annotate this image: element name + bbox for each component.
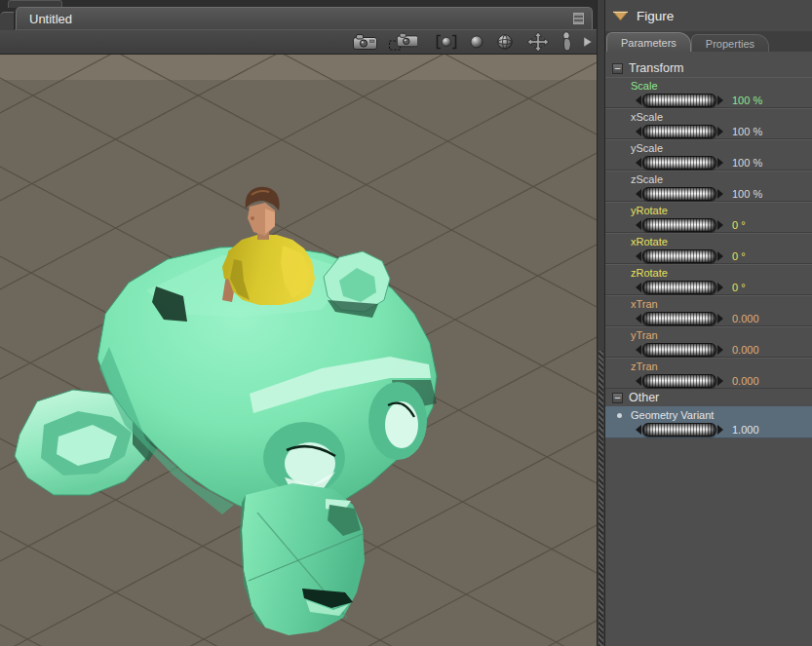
param-dial[interactable]	[642, 343, 716, 357]
section-title: Transform	[629, 61, 684, 75]
param-value[interactable]: 1.000	[732, 424, 759, 436]
dial-increment-arrow[interactable]	[717, 314, 723, 323]
param-row: xRotate 0 °	[605, 233, 812, 264]
dial-increment-arrow[interactable]	[717, 345, 723, 355]
dial-decrement-arrow[interactable]	[636, 189, 641, 199]
param-bullet-icon	[617, 413, 622, 418]
param-dial[interactable]	[642, 312, 716, 325]
param-dial[interactable]	[642, 187, 716, 201]
param-value[interactable]: 0 °	[732, 219, 746, 231]
3d-viewport[interactable]	[0, 55, 597, 646]
dial-decrement-arrow[interactable]	[636, 127, 641, 136]
section-transform: − Transform	[605, 59, 812, 77]
param-value[interactable]: 100 %	[732, 126, 762, 137]
document-area: Untitled	[0, 0, 597, 646]
dial-increment-arrow[interactable]	[717, 158, 723, 168]
tab-edge-stub	[0, 12, 15, 30]
panel-header: Figure	[605, 0, 812, 31]
dial-decrement-arrow[interactable]	[636, 345, 641, 355]
param-label: Geometry Variant	[631, 409, 714, 421]
document-tab-label: Untitled	[29, 12, 72, 26]
dial-increment-arrow[interactable]	[717, 127, 723, 136]
tab-properties[interactable]: Properties	[691, 34, 769, 52]
param-label: yRotate	[631, 205, 668, 216]
dial-decrement-arrow[interactable]	[636, 251, 641, 261]
param-row: zTran 0.000	[605, 358, 812, 389]
ground-far-band	[0, 55, 597, 80]
param-value[interactable]: 0 °	[732, 282, 746, 293]
param-label: xTran	[631, 298, 658, 310]
param-row: yTran 0.000	[605, 326, 812, 358]
dial-decrement-arrow[interactable]	[636, 220, 641, 230]
param-value[interactable]: 0.000	[732, 313, 759, 324]
panel-content: − Transform Scale 100 % xScale 100 % ySc…	[605, 52, 812, 646]
viewport-toolbar	[0, 29, 597, 55]
param-dial[interactable]	[642, 125, 716, 138]
dial-increment-arrow[interactable]	[717, 251, 723, 261]
param-dial[interactable]	[642, 218, 716, 232]
panel-collapse-icon[interactable]	[612, 11, 629, 21]
param-value[interactable]: 100 %	[732, 188, 762, 200]
param-value[interactable]: 100 %	[732, 157, 762, 169]
param-row: xScale 100 %	[605, 108, 812, 139]
dial-decrement-arrow[interactable]	[636, 95, 641, 105]
section-other: − Other	[605, 389, 812, 406]
parameters-panel: Figure Parameters Properties − Transform…	[605, 0, 812, 646]
dial-increment-arrow[interactable]	[717, 376, 723, 386]
param-dial[interactable]	[642, 423, 716, 437]
sphere-select-icon[interactable]	[434, 32, 459, 52]
param-dial[interactable]	[642, 156, 716, 170]
figure-icon[interactable]	[561, 31, 574, 53]
param-dial[interactable]	[642, 249, 716, 263]
trackball-icon[interactable]	[494, 32, 516, 52]
param-label: zTran	[631, 361, 658, 372]
dial-decrement-arrow[interactable]	[636, 376, 641, 386]
param-row: yScale 100 %	[605, 139, 812, 171]
param-label: xScale	[631, 111, 663, 123]
dial-decrement-arrow[interactable]	[636, 314, 641, 323]
param-value[interactable]: 100 %	[732, 95, 762, 106]
collapse-section-button[interactable]: −	[612, 63, 623, 74]
sphere-icon[interactable]	[468, 32, 485, 52]
param-row: yRotate 0 °	[605, 202, 812, 233]
param-value[interactable]: 0 °	[732, 250, 746, 262]
tab-parameters[interactable]: Parameters	[606, 32, 691, 52]
param-row: zRotate 0 °	[605, 264, 812, 295]
param-value[interactable]: 0.000	[732, 344, 759, 356]
document-tab-untitled[interactable]: Untitled	[16, 7, 593, 29]
toolbar-more-icon[interactable]	[583, 36, 593, 48]
app-window: Untitled	[0, 0, 812, 646]
viewport-scene[interactable]	[0, 55, 597, 646]
collapse-section-button[interactable]: −	[612, 393, 623, 403]
param-label: yTran	[631, 329, 658, 341]
param-label: yScale	[631, 142, 663, 154]
param-row: Scale 100 %	[605, 77, 812, 108]
dial-increment-arrow[interactable]	[717, 189, 723, 199]
panel-title: Figure	[637, 9, 674, 23]
dial-decrement-arrow[interactable]	[636, 425, 641, 435]
param-label: zScale	[631, 173, 663, 185]
dial-increment-arrow[interactable]	[717, 283, 723, 292]
param-value[interactable]: 0.000	[732, 375, 759, 387]
panel-splitter[interactable]	[597, 0, 605, 646]
tab-list-icon[interactable]	[573, 13, 584, 24]
param-row-selected[interactable]: Geometry Variant 1.000	[605, 406, 812, 438]
param-dial[interactable]	[642, 94, 716, 107]
dial-decrement-arrow[interactable]	[636, 283, 641, 292]
splitter-grip[interactable]	[599, 351, 603, 646]
param-dial[interactable]	[642, 374, 716, 388]
param-label: Scale	[631, 80, 658, 92]
camera-select-icon[interactable]	[388, 32, 417, 52]
panel-tabs: Parameters Properties	[605, 31, 812, 52]
param-row: zScale 100 %	[605, 171, 812, 202]
param-label: zRotate	[631, 267, 668, 279]
dial-increment-arrow[interactable]	[717, 220, 723, 230]
camera-icon[interactable]	[352, 32, 379, 52]
param-row: xTran 0.000	[605, 295, 812, 326]
section-title: Other	[629, 391, 659, 404]
dial-increment-arrow[interactable]	[717, 425, 723, 435]
dial-decrement-arrow[interactable]	[636, 158, 641, 168]
translate-icon[interactable]	[524, 31, 552, 53]
param-dial[interactable]	[642, 281, 716, 294]
dial-increment-arrow[interactable]	[717, 95, 723, 105]
